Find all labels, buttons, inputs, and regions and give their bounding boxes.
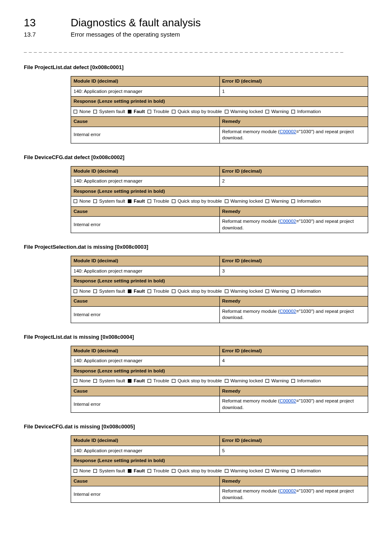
cause-remedy-row: Internal error Reformat memory module (C… (71, 127, 368, 143)
cause-remedy-header-row: Cause Remedy (71, 386, 368, 396)
resp-warnlock: Warning locked (231, 468, 263, 473)
response-options: None System fault Fault Trouble Quick st… (71, 106, 368, 117)
resp-info: Information (297, 289, 321, 294)
value-row-ids: 140: Application project manager 4 (71, 356, 368, 366)
resp-none: None (79, 378, 91, 383)
checkbox-empty-icon (148, 110, 151, 113)
error-block: File DeviceCFG.dat is missing [0x008c000… (24, 423, 368, 503)
checkbox-empty-icon (291, 469, 295, 473)
value-row-ids: 140: Application project manager 1 (71, 86, 368, 97)
error-id-value: 1 (219, 86, 368, 97)
error-id-value: 3 (219, 266, 368, 276)
error-id-value: 4 (219, 356, 368, 366)
module-id-header: Module ID (decimal) (71, 436, 220, 446)
response-header-row: Response (Lenze setting printed in bold) (71, 366, 368, 376)
header-row-ids: Module ID (decimal) Error ID (decimal) (71, 436, 368, 446)
checkbox-filled-icon (128, 379, 131, 383)
remedy-header: Remedy (219, 117, 368, 127)
remedy-pre: Reformat memory module ( (222, 398, 280, 403)
section-header: 13.7 Error messages of the operating sys… (24, 31, 368, 38)
resp-sysfault: System fault (99, 199, 125, 204)
checkbox-empty-icon (265, 110, 269, 113)
section-title: Error messages of the operating system (71, 31, 180, 38)
remedy-pre: Reformat memory module ( (222, 309, 280, 314)
error-title: File DeviceCFG.dat is missing [0x008c000… (24, 423, 368, 430)
cause-remedy-row: Internal error Reformat memory module (C… (71, 306, 368, 323)
resp-info: Information (297, 468, 321, 473)
error-id-value: 5 (219, 446, 368, 456)
remedy-value: Reformat memory module (C00002="1030") a… (219, 486, 368, 503)
checkbox-empty-icon (225, 110, 228, 113)
resp-fault: Fault (134, 109, 145, 114)
resp-quick: Quick stop by trouble (178, 289, 222, 294)
section-number: 13.7 (24, 31, 58, 38)
checkbox-filled-icon (128, 469, 131, 473)
checkbox-empty-icon (93, 469, 97, 473)
error-table: Module ID (decimal) Error ID (decimal) 1… (71, 346, 368, 413)
remedy-value: Reformat memory module (C00002="1030") a… (219, 306, 368, 323)
value-row-ids: 140: Application project manager 2 (71, 176, 368, 187)
cause-remedy-row: Internal error Reformat memory module (C… (71, 217, 368, 233)
resp-none: None (79, 468, 91, 473)
module-id-value: 140: Application project manager (71, 176, 220, 187)
checkbox-empty-icon (74, 379, 77, 383)
resp-fault: Fault (134, 199, 145, 204)
error-table: Module ID (decimal) Error ID (decimal) 1… (71, 435, 368, 503)
response-header: Response (Lenze setting printed in bold) (71, 97, 368, 107)
checkbox-empty-icon (93, 199, 97, 203)
remedy-link[interactable]: C00002 (279, 129, 296, 134)
resp-warnlock: Warning locked (231, 289, 263, 294)
resp-sysfault: System fault (99, 468, 125, 473)
cause-value: Internal error (71, 217, 220, 233)
resp-warnlock: Warning locked (231, 199, 263, 204)
checkbox-empty-icon (172, 379, 175, 383)
error-block: File ProjectList.dat is missing [0x008c0… (24, 334, 368, 413)
table-wrap: Module ID (decimal) Error ID (decimal) 1… (71, 256, 368, 323)
table-wrap: Module ID (decimal) Error ID (decimal) 1… (71, 435, 368, 503)
resp-trouble: Trouble (153, 468, 169, 473)
response-header: Response (Lenze setting printed in bold) (71, 276, 368, 287)
header-row-ids: Module ID (decimal) Error ID (decimal) (71, 346, 368, 356)
resp-info: Information (297, 109, 321, 114)
checkbox-empty-icon (291, 289, 295, 293)
table-wrap: Module ID (decimal) Error ID (decimal) 1… (71, 346, 368, 413)
resp-warnlock: Warning locked (231, 109, 263, 114)
cause-value: Internal error (71, 486, 220, 503)
resp-info: Information (297, 378, 321, 383)
resp-none: None (79, 289, 91, 294)
checkbox-empty-icon (148, 289, 151, 293)
resp-trouble: Trouble (153, 378, 169, 383)
cause-remedy-row: Internal error Reformat memory module (C… (71, 396, 368, 413)
resp-fault: Fault (134, 378, 145, 383)
module-id-value: 140: Application project manager (71, 266, 220, 276)
error-table: Module ID (decimal) Error ID (decimal) 1… (71, 166, 368, 234)
response-header: Response (Lenze setting printed in bold) (71, 186, 368, 197)
remedy-link[interactable]: C00002 (279, 488, 296, 493)
checkbox-empty-icon (93, 289, 97, 293)
module-id-header: Module ID (decimal) (71, 76, 220, 87)
chapter-title: Diagnostics & fault analysis (71, 16, 201, 29)
response-options-row: None System fault Fault Trouble Quick st… (71, 376, 368, 386)
resp-quick: Quick stop by trouble (178, 378, 222, 383)
checkbox-filled-icon (128, 199, 131, 203)
remedy-link[interactable]: C00002 (279, 309, 296, 314)
checkbox-empty-icon (93, 110, 97, 113)
response-header-row: Response (Lenze setting printed in bold) (71, 456, 368, 466)
response-options: None System fault Fault Trouble Quick st… (71, 197, 368, 207)
error-id-header: Error ID (decimal) (219, 436, 368, 446)
remedy-link[interactable]: C00002 (279, 219, 296, 224)
checkbox-empty-icon (265, 469, 269, 473)
error-id-header: Error ID (decimal) (219, 166, 368, 176)
response-options: None System fault Fault Trouble Quick st… (71, 286, 368, 296)
module-id-header: Module ID (decimal) (71, 256, 220, 266)
resp-warn: Warning (271, 468, 288, 473)
cause-header: Cause (71, 386, 220, 396)
resp-trouble: Trouble (153, 109, 169, 114)
blocks-container: File ProjectList.dat defect [0x008c0001]… (24, 64, 368, 503)
error-id-header: Error ID (decimal) (219, 256, 368, 266)
error-title: File DeviceCFG.dat defect [0x008c0002] (24, 154, 368, 160)
remedy-link[interactable]: C00002 (279, 398, 296, 403)
checkbox-empty-icon (265, 289, 269, 293)
resp-warn: Warning (271, 289, 288, 294)
checkbox-empty-icon (172, 289, 175, 293)
